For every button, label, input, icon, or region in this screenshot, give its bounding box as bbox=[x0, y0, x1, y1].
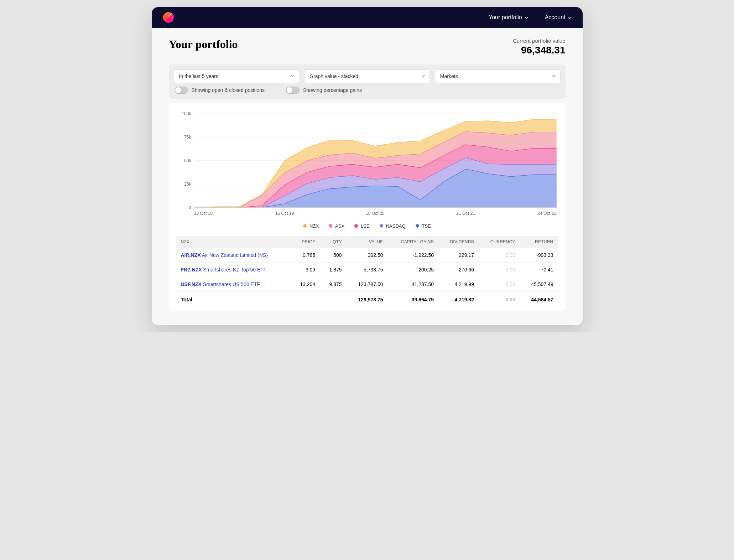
svg-text:13 Oct 18: 13 Oct 18 bbox=[194, 211, 213, 216]
nav-account[interactable]: Account bbox=[545, 14, 571, 21]
svg-text:18 Oct 20: 18 Oct 20 bbox=[365, 211, 384, 216]
cell-currency: 0.00 bbox=[479, 248, 520, 263]
col-value: VALUE bbox=[347, 236, 388, 248]
stacked-area-chart: 025k50k75k100k13 Oct 1816 Oct 1918 Oct 2… bbox=[176, 110, 558, 218]
group-select-value: Markets bbox=[440, 73, 458, 79]
legend-item-asx: ASX bbox=[329, 223, 344, 229]
chevron-down-icon bbox=[290, 73, 295, 79]
legend-item-tse: TSE bbox=[416, 223, 431, 229]
svg-text:75k: 75k bbox=[184, 135, 191, 140]
cell-capital-gains: -1,222.50 bbox=[388, 248, 439, 263]
col-currency: CURRENCY bbox=[479, 236, 520, 248]
cell-return: -993.33 bbox=[520, 248, 558, 263]
col-section: NZX bbox=[176, 236, 291, 248]
chart-holder: 025k50k75k100k13 Oct 1816 Oct 1918 Oct 2… bbox=[176, 110, 558, 218]
cell-price: 0.785 bbox=[290, 248, 320, 263]
chart-legend: NZX ASX LSE NASDAQ TSE bbox=[176, 218, 558, 236]
col-dividends: DIVIDENDS bbox=[439, 236, 479, 248]
total-capital-gains: 39,864.75 bbox=[388, 291, 439, 307]
nav-account-label: Account bbox=[545, 14, 566, 21]
mode-select-value: Graph value - stacked bbox=[309, 73, 358, 79]
table-row: AIR.NZX Air New Zealand Limited (NS)0.78… bbox=[176, 248, 558, 263]
cell-return: 45,507.49 bbox=[520, 277, 558, 291]
total-return: 44,584.57 bbox=[520, 291, 558, 307]
page-title: Your portfolio bbox=[169, 38, 238, 51]
portfolio-value-amount: 96,348.31 bbox=[513, 45, 566, 56]
chevron-down-icon bbox=[524, 16, 528, 19]
svg-text:25k: 25k bbox=[184, 182, 191, 187]
cell-capital-gains: 41,287.50 bbox=[388, 277, 439, 291]
nav-portfolio[interactable]: Your portfolio bbox=[489, 14, 528, 21]
cell-name[interactable]: USF.NZX Smartshares US 500 ETF bbox=[176, 277, 291, 291]
cell-capital-gains: -200.25 bbox=[388, 262, 439, 277]
cell-price: 13.204 bbox=[290, 277, 320, 291]
toggle-percent[interactable]: Showing percentage gains bbox=[286, 87, 362, 94]
chevron-down-icon bbox=[421, 73, 425, 79]
holdings-table: NZX PRICE QTY VALUE CAPITAL GAINS DIVIDE… bbox=[176, 236, 558, 307]
cell-currency: 0.00 bbox=[479, 277, 520, 291]
mode-select[interactable]: Graph value - stacked bbox=[304, 69, 430, 83]
app-window: Your portfolio Account Your portfolio Cu… bbox=[152, 7, 583, 325]
chevron-down-icon bbox=[568, 16, 571, 19]
top-bar: Your portfolio Account bbox=[152, 7, 583, 28]
table-header-row: NZX PRICE QTY VALUE CAPITAL GAINS DIVIDE… bbox=[176, 236, 558, 248]
cell-price: 3.09 bbox=[290, 262, 320, 277]
cell-currency: 0.00 bbox=[479, 262, 520, 277]
logo-icon bbox=[163, 12, 174, 23]
total-value: 129,973.75 bbox=[347, 291, 388, 307]
cell-dividends: 229.17 bbox=[439, 248, 479, 263]
cell-qty: 9,375 bbox=[320, 277, 347, 291]
col-price: PRICE bbox=[290, 236, 320, 248]
legend-item-nzx: NZX bbox=[303, 223, 319, 229]
toggle-switch-icon bbox=[286, 87, 300, 94]
col-return: RETURN bbox=[520, 236, 558, 248]
svg-text:0: 0 bbox=[188, 205, 191, 210]
range-select-value: In the last 5 years bbox=[179, 73, 219, 79]
svg-text:50k: 50k bbox=[184, 158, 191, 163]
chart-card: 025k50k75k100k13 Oct 1816 Oct 1918 Oct 2… bbox=[169, 103, 566, 311]
cell-qty: 500 bbox=[320, 248, 347, 263]
cell-value: 392.50 bbox=[347, 248, 388, 263]
svg-text:24 Oct 22: 24 Oct 22 bbox=[537, 211, 556, 216]
table-row: USF.NZX Smartshares US 500 ETF13.2049,37… bbox=[176, 277, 558, 291]
legend-item-nasdaq: NASDAQ bbox=[380, 223, 406, 229]
col-qty: QTY bbox=[320, 236, 347, 248]
svg-text:21 Oct 21: 21 Oct 21 bbox=[456, 211, 475, 216]
toggle-positions-label: Showing open & closed positions bbox=[192, 87, 265, 93]
svg-text:100k: 100k bbox=[182, 111, 191, 116]
legend-item-lse: LSE bbox=[354, 223, 370, 229]
cell-value: 5,793.75 bbox=[347, 262, 388, 277]
nav-portfolio-label: Your portfolio bbox=[489, 14, 522, 21]
portfolio-value-label: Current portfolio value bbox=[513, 38, 566, 44]
col-capital-gains: CAPITAL GAINS bbox=[388, 236, 439, 248]
portfolio-value-block: Current portfolio value 96,348.31 bbox=[513, 38, 566, 56]
total-dividends: 4,719.82 bbox=[439, 291, 479, 307]
table-row: FNZ.NZX Smartshares NZ Top 50 ETF3.091,8… bbox=[176, 262, 558, 277]
cell-dividends: 4,219.99 bbox=[439, 277, 479, 291]
toggle-switch-icon bbox=[175, 87, 188, 94]
cell-qty: 1,875 bbox=[320, 262, 347, 277]
svg-text:16 Oct 19: 16 Oct 19 bbox=[275, 211, 294, 216]
table-total-row: Total 129,973.75 39,864.75 4,719.82 0.00… bbox=[176, 291, 558, 307]
cell-return: 70.41 bbox=[520, 262, 558, 277]
toggle-positions[interactable]: Showing open & closed positions bbox=[175, 87, 265, 94]
group-select[interactable]: Markets bbox=[435, 69, 561, 83]
cell-value: 123,787.50 bbox=[347, 277, 388, 291]
cell-name[interactable]: FNZ.NZX Smartshares NZ Top 50 ETF bbox=[176, 262, 291, 277]
total-currency: 0.00 bbox=[479, 291, 520, 307]
controls-panel: In the last 5 years Graph value - stacke… bbox=[169, 64, 566, 99]
cell-dividends: 270.66 bbox=[439, 262, 479, 277]
range-select[interactable]: In the last 5 years bbox=[174, 69, 300, 83]
total-label: Total bbox=[176, 291, 291, 307]
cell-name[interactable]: AIR.NZX Air New Zealand Limited (NS) bbox=[176, 248, 291, 263]
chevron-down-icon bbox=[552, 73, 556, 79]
toggle-percent-label: Showing percentage gains bbox=[303, 87, 362, 93]
